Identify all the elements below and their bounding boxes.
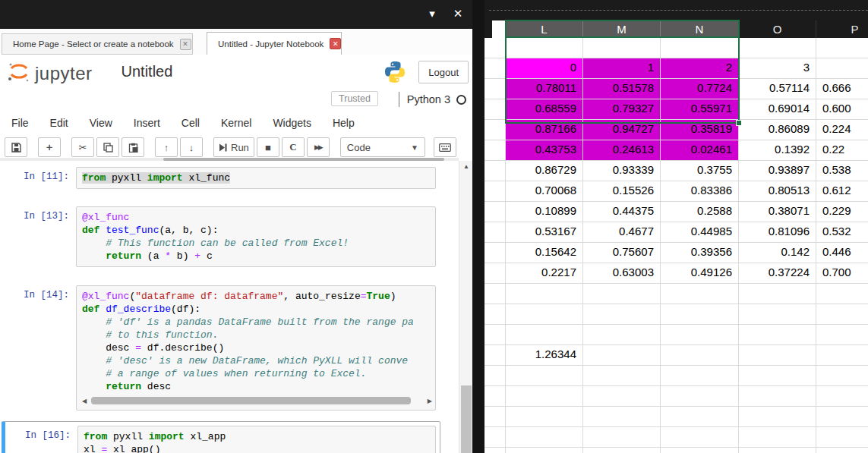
cell-P[interactable] (816, 325, 868, 345)
column-header-partial[interactable] (485, 20, 506, 38)
cell-N[interactable]: 0.35819 (661, 120, 739, 140)
cell-N[interactable]: 2 (661, 58, 739, 79)
column-header-N[interactable]: N (661, 20, 739, 38)
cell-P[interactable] (816, 427, 868, 448)
cell-P[interactable]: 0.224 (816, 120, 868, 140)
cell-M[interactable]: 0.51578 (583, 79, 661, 99)
cell-P[interactable]: 0.446 (816, 243, 868, 263)
cell-N[interactable] (661, 427, 739, 448)
menu-file[interactable]: File (11, 117, 29, 129)
notebook-title[interactable]: Untitled (122, 64, 173, 80)
cell-O[interactable]: 0.93897 (739, 161, 816, 181)
vertical-scrollbar[interactable]: ▲ (459, 161, 472, 453)
cell-partial[interactable] (485, 222, 506, 243)
cell-L[interactable]: 0.53167 (506, 222, 583, 243)
tab-home-page[interactable]: Home Page - Select or create a notebook … (2, 33, 193, 55)
code-cell[interactable]: In [14]:@xl_func("dataframe df: datafram… (0, 281, 440, 415)
cell-M[interactable]: 0.63003 (583, 263, 661, 284)
cell-N[interactable] (661, 407, 739, 427)
cell-O[interactable]: 0.80513 (739, 181, 816, 202)
cell-M[interactable]: 0.93339 (583, 161, 661, 181)
cell-N[interactable]: 0.83386 (661, 181, 739, 202)
cell-O[interactable] (739, 345, 816, 366)
cell-L[interactable] (506, 386, 583, 407)
cell-M[interactable] (583, 345, 661, 366)
code-scrollbar-thumb[interactable] (91, 397, 411, 404)
cell-L[interactable]: 0.10899 (506, 202, 583, 222)
code-input-area[interactable]: @xl_func def test_func(a, b, c): # This … (76, 206, 436, 267)
copy-cell-button[interactable] (96, 137, 119, 157)
cell-N[interactable] (661, 304, 739, 325)
cell-partial[interactable] (485, 263, 506, 284)
cell-partial[interactable] (485, 58, 506, 79)
restart-kernel-button[interactable]: C (282, 137, 305, 157)
cell-O[interactable]: 0.86089 (739, 120, 816, 140)
cell-L[interactable]: 0.87166 (506, 120, 583, 140)
cell-P[interactable] (816, 284, 868, 304)
cell-partial[interactable] (485, 79, 506, 99)
cell-M[interactable] (583, 386, 661, 407)
cell-P[interactable] (816, 448, 868, 453)
cell-M[interactable]: 0.94727 (583, 120, 661, 140)
move-cell-up-button[interactable]: ↑ (155, 137, 178, 157)
cell-O[interactable] (739, 304, 816, 325)
cell-M[interactable] (583, 448, 661, 453)
cell-N[interactable]: 0.39356 (661, 243, 739, 263)
cell-L[interactable] (506, 407, 583, 427)
vertical-scrollbar-thumb[interactable] (461, 385, 472, 453)
add-cell-button[interactable]: ＋ (38, 137, 61, 157)
cell-partial[interactable] (485, 325, 506, 345)
cell-M[interactable]: 0.4677 (583, 222, 661, 243)
cell-type-dropdown[interactable]: Code ▼ (340, 137, 425, 157)
cell-partial[interactable] (485, 284, 506, 304)
cell-O[interactable] (739, 366, 816, 386)
cell-partial[interactable] (485, 386, 506, 407)
cut-cell-button[interactable]: ✂ (71, 137, 94, 157)
code-input-area[interactable]: from pyxll import xl_app xl = xl_app() x… (77, 426, 436, 453)
cell-P[interactable]: 0.666 (816, 79, 868, 99)
cell-N[interactable]: 0.55971 (661, 99, 739, 120)
cell-partial[interactable] (485, 243, 506, 263)
run-cell-button[interactable]: Run (213, 137, 254, 157)
cell-L[interactable] (506, 304, 583, 325)
menu-kernel[interactable]: Kernel (221, 117, 251, 129)
cell-M[interactable]: 1 (583, 58, 661, 79)
cell-L[interactable] (506, 427, 583, 448)
cell-L[interactable]: 0.86729 (506, 161, 583, 181)
cell-N[interactable] (661, 284, 739, 304)
menu-widgets[interactable]: Widgets (273, 117, 311, 129)
window-close-icon[interactable]: ✕ (450, 7, 466, 20)
cell-N[interactable] (661, 386, 739, 407)
cell-M[interactable]: 0.15526 (583, 181, 661, 202)
scroll-up-icon[interactable]: ▲ (459, 163, 472, 170)
column-header-M[interactable]: M (583, 20, 661, 38)
cell-L[interactable]: 1.26344 (506, 345, 583, 366)
logout-button[interactable]: Logout (418, 61, 469, 83)
cell-N[interactable] (661, 325, 739, 345)
cell-N[interactable] (661, 448, 739, 453)
cell-O[interactable]: 0.81096 (739, 222, 816, 243)
cell-P[interactable] (816, 345, 868, 366)
cell-N[interactable] (661, 345, 739, 366)
cell-M[interactable]: 0.79327 (583, 99, 661, 120)
cell-O[interactable]: 0.69014 (739, 99, 816, 120)
cell-P[interactable] (816, 38, 868, 58)
cell-N[interactable]: 0.7724 (661, 79, 739, 99)
cell-O[interactable]: 0.57114 (739, 79, 816, 99)
cell-partial[interactable] (485, 427, 506, 448)
cell-O[interactable]: 0.142 (739, 243, 816, 263)
window-menu-caret-icon[interactable]: ▾ (424, 7, 440, 20)
scroll-right-icon[interactable]: ▶ (428, 398, 432, 404)
code-cell[interactable]: In [16]:from pyxll import xl_app xl = xl… (2, 421, 440, 453)
cell-P[interactable] (816, 58, 868, 79)
cell-O[interactable]: 0.37224 (739, 263, 816, 284)
cell-M[interactable]: 0.44375 (583, 202, 661, 222)
cell-P[interactable]: 0.532 (816, 222, 868, 243)
cell-L[interactable]: 0 (506, 58, 583, 79)
cell-partial[interactable] (485, 181, 506, 202)
cell-L[interactable]: 0.15642 (506, 243, 583, 263)
code-input-area[interactable]: from pyxll import xl_func (76, 167, 436, 189)
cell-partial[interactable] (485, 161, 506, 181)
cell-P[interactable]: 0.229 (816, 202, 868, 222)
code-horizontal-scrollbar[interactable]: ◀▶ (82, 396, 432, 406)
